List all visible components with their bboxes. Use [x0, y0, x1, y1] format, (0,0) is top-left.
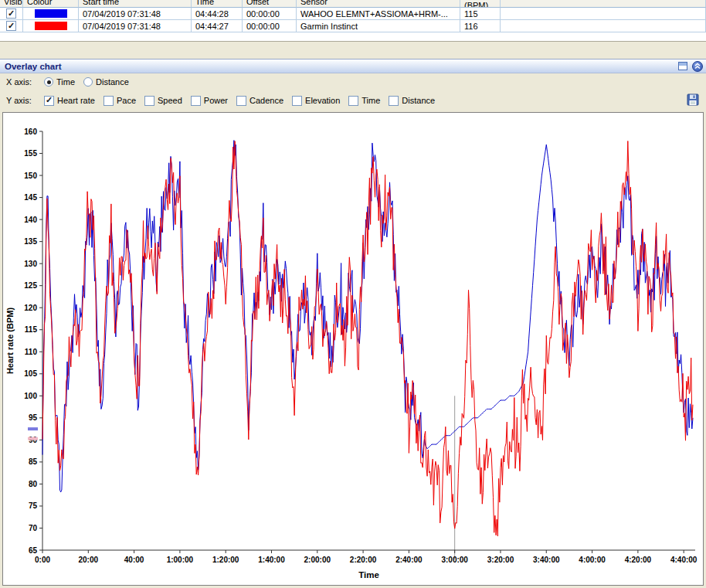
table-row: [0, 8, 23, 20]
panel-title: Overlay chart: [5, 62, 678, 71]
svg-text:160: 160: [24, 127, 37, 136]
svg-text:3:40:00: 3:40:00: [533, 556, 560, 564]
svg-text:1:40:00: 1:40:00: [258, 556, 285, 564]
svg-text:0:00: 0:00: [35, 556, 50, 564]
col-header-offset: Offset: [243, 0, 297, 8]
col-header-visible: Visible: [0, 0, 23, 8]
overlay-chart-canvas[interactable]: 6570758085909510010511011512012513013514…: [3, 113, 703, 586]
svg-text:115: 115: [25, 325, 38, 334]
start-time-cell: 07/04/2019 07:31:48: [79, 20, 192, 32]
svg-text:135: 135: [24, 237, 37, 246]
y-axis-title: Heart rate (BPM): [5, 308, 15, 375]
xaxis-option-label: Distance: [96, 77, 129, 87]
dock-panel-icon[interactable]: [678, 62, 687, 70]
offset-cell: 00:00:00: [243, 20, 297, 32]
series-colour-swatch: [35, 22, 67, 30]
table-row: [0, 20, 23, 32]
svg-text:125: 125: [24, 281, 37, 290]
yaxis-option-speed[interactable]: Speed: [144, 96, 182, 106]
time-cell: 04:44:27: [192, 20, 243, 32]
checkbox[interactable]: [44, 96, 54, 106]
save-chart-button[interactable]: [686, 93, 700, 107]
svg-text:130: 130: [24, 260, 37, 268]
session-table: Visible Colour Start time Time Offset Se…: [0, 0, 706, 42]
svg-text:70: 70: [29, 524, 38, 532]
sensor-cell: WAHOO ELEMNT+ASSIOMA+HRM-...: [297, 8, 460, 20]
svg-text:20:00: 20:00: [79, 556, 99, 564]
radio-button[interactable]: [83, 77, 93, 87]
sensor-cell: Garmin Instinct: [297, 20, 460, 32]
svg-text:155: 155: [24, 149, 37, 158]
x-axis-label: X axis:: [6, 77, 36, 87]
svg-text:145: 145: [24, 193, 37, 202]
svg-text:110: 110: [25, 348, 38, 356]
xaxis-option-label: Time: [56, 77, 75, 87]
yaxis-option-power[interactable]: Power: [191, 96, 228, 106]
svg-text:80: 80: [29, 480, 38, 488]
colour-cell[interactable]: [23, 8, 79, 20]
bpm-cell: 116: [460, 20, 501, 32]
svg-text:4:20:00: 4:20:00: [625, 556, 652, 564]
yaxis-option-heart-rate[interactable]: Heart rate: [44, 96, 95, 106]
svg-text:120: 120: [24, 304, 37, 312]
svg-text:2:40:00: 2:40:00: [395, 556, 423, 564]
x-axis-controls: X axis: Time Distance: [0, 73, 706, 90]
svg-text:2:00:00: 2:00:00: [304, 556, 331, 564]
col-header-filler: [501, 0, 706, 8]
svg-text:4:40:00: 4:40:00: [670, 556, 698, 564]
svg-text:95: 95: [29, 413, 38, 422]
time-cell: 04:44:28: [192, 8, 243, 20]
yaxis-option-cadence[interactable]: Cadence: [236, 96, 283, 106]
svg-text:85: 85: [29, 457, 38, 466]
y-axis-marker: [28, 437, 38, 440]
checkbox[interactable]: [104, 96, 114, 106]
y-axis-controls: Y axis: Heart rate Pace Speed Power Cade…: [0, 90, 706, 110]
yaxis-option-time[interactable]: Time: [348, 96, 380, 106]
offset-cell: 00:00:00: [243, 8, 297, 20]
svg-text:1:20:00: 1:20:00: [212, 556, 239, 564]
bpm-cell: 115: [460, 8, 501, 20]
svg-text:150: 150: [24, 172, 37, 180]
overlay-chart[interactable]: 6570758085909510010511011512012513013514…: [2, 112, 704, 586]
yaxis-option-elevation[interactable]: Elevation: [292, 96, 340, 106]
svg-text:3:20:00: 3:20:00: [487, 556, 514, 564]
col-header-colour: Colour: [23, 0, 79, 8]
col-header-bpm: (BPM): [460, 0, 501, 8]
checkbox[interactable]: [292, 96, 302, 106]
x-axis-title: Time: [358, 570, 379, 580]
chevron-up-icon: [694, 63, 701, 70]
radio-button[interactable]: [44, 77, 53, 87]
collapse-panel-icon[interactable]: [692, 61, 703, 72]
xaxis-option-time[interactable]: Time: [44, 77, 75, 87]
svg-text:4:00:00: 4:00:00: [579, 556, 606, 564]
yaxis-option-distance[interactable]: Distance: [389, 96, 435, 106]
col-header-sensor: Sensor: [297, 0, 460, 8]
spacer: [0, 42, 706, 59]
checkbox[interactable]: [144, 96, 154, 106]
col-header-start-time: Start time: [79, 0, 192, 8]
svg-text:1:00:00: 1:00:00: [167, 556, 194, 564]
colour-cell[interactable]: [23, 20, 79, 32]
y-axis-label: Y axis:: [6, 96, 36, 105]
svg-text:100: 100: [24, 392, 37, 400]
y-axis-marker: [28, 427, 38, 430]
save-icon: [687, 93, 699, 106]
svg-text:2:20:00: 2:20:00: [350, 556, 377, 564]
checkbox[interactable]: [236, 96, 246, 106]
visible-checkbox[interactable]: [6, 8, 16, 19]
xaxis-option-distance[interactable]: Distance: [83, 77, 129, 87]
series-colour-swatch: [35, 9, 67, 18]
visible-checkbox[interactable]: [6, 21, 16, 31]
checkbox[interactable]: [348, 96, 358, 106]
svg-text:75: 75: [29, 501, 38, 510]
svg-text:40:00: 40:00: [124, 556, 144, 564]
yaxis-option-pace[interactable]: Pace: [104, 96, 136, 106]
checkbox[interactable]: [389, 96, 399, 106]
svg-text:3:00:00: 3:00:00: [441, 556, 468, 564]
svg-text:65: 65: [29, 546, 38, 555]
svg-text:140: 140: [24, 216, 37, 224]
col-header-time: Time: [192, 0, 243, 8]
start-time-cell: 07/04/2019 07:31:48: [79, 8, 192, 20]
checkbox[interactable]: [191, 96, 201, 106]
svg-text:105: 105: [24, 369, 37, 378]
